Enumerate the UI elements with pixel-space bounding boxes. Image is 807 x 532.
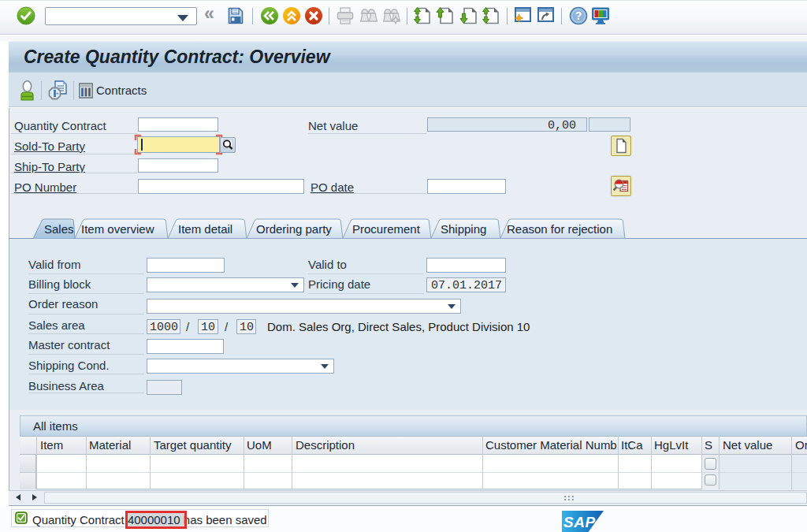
svg-text:Item detail: Item detail (178, 222, 232, 236)
svg-text:Sales: Sales (44, 222, 74, 236)
svg-text:Ordering party: Ordering party (256, 222, 332, 236)
svg-text:Shipping: Shipping (441, 222, 486, 236)
svg-text:?: ? (575, 9, 582, 22)
svg-text:Item overview: Item overview (81, 222, 154, 236)
svg-text:Reason for rejection: Reason for rejection (507, 222, 612, 236)
svg-text:SAP: SAP (563, 514, 596, 530)
svg-text:Procurement: Procurement (352, 222, 421, 236)
